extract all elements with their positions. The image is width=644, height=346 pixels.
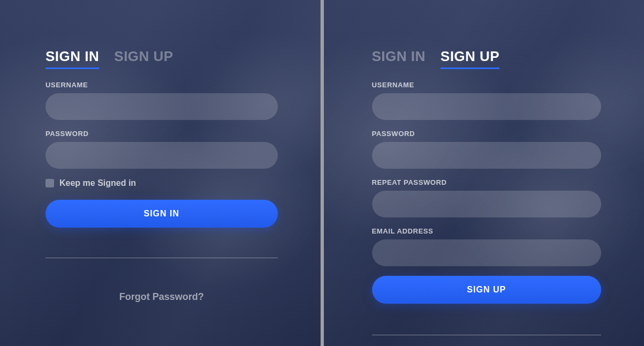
tab-sign-in[interactable]: SIGN IN — [372, 48, 426, 68]
sign-up-button[interactable]: SIGN UP — [372, 276, 602, 304]
repeat-password-input[interactable] — [372, 191, 602, 217]
signin-panel: SIGN IN SIGN UP USERNAME PASSWORD Keep m… — [0, 0, 321, 346]
divider-line — [46, 258, 278, 258]
password-input[interactable] — [372, 142, 602, 169]
keep-signed-in-checkbox[interactable] — [46, 179, 54, 187]
keep-signed-in-row[interactable]: Keep me Signed in — [46, 178, 278, 188]
username-label: USERNAME — [372, 81, 602, 89]
password-field-group: PASSWORD — [372, 130, 602, 169]
username-input[interactable] — [46, 93, 278, 120]
tab-sign-in[interactable]: SIGN IN — [46, 48, 99, 68]
signup-panel: SIGN IN SIGN UP USERNAME PASSWORD REPEAT… — [324, 0, 645, 346]
auth-tabs: SIGN IN SIGN UP — [46, 48, 278, 68]
tab-sign-up[interactable]: SIGN UP — [441, 48, 499, 68]
email-field-group: EMAIL ADDRESS — [372, 227, 602, 266]
repeat-password-label: REPEAT PASSWORD — [372, 178, 602, 186]
username-input[interactable] — [372, 93, 602, 120]
password-label: PASSWORD — [46, 130, 278, 138]
password-label: PASSWORD — [372, 130, 602, 138]
username-label: USERNAME — [46, 81, 278, 89]
sign-in-button[interactable]: SIGN IN — [46, 200, 278, 228]
username-field-group: USERNAME — [46, 81, 278, 120]
username-field-group: USERNAME — [372, 81, 602, 120]
auth-tabs: SIGN IN SIGN UP — [372, 48, 602, 68]
keep-signed-in-label: Keep me Signed in — [59, 178, 136, 188]
email-label: EMAIL ADDRESS — [372, 227, 602, 235]
tab-sign-up[interactable]: SIGN UP — [114, 48, 173, 68]
repeat-password-field-group: REPEAT PASSWORD — [372, 178, 602, 217]
email-input[interactable] — [372, 239, 602, 266]
password-field-group: PASSWORD — [46, 130, 278, 169]
divider-line — [372, 335, 602, 335]
forgot-password-link[interactable]: Forgot Password? — [46, 291, 278, 303]
password-input[interactable] — [46, 142, 278, 169]
